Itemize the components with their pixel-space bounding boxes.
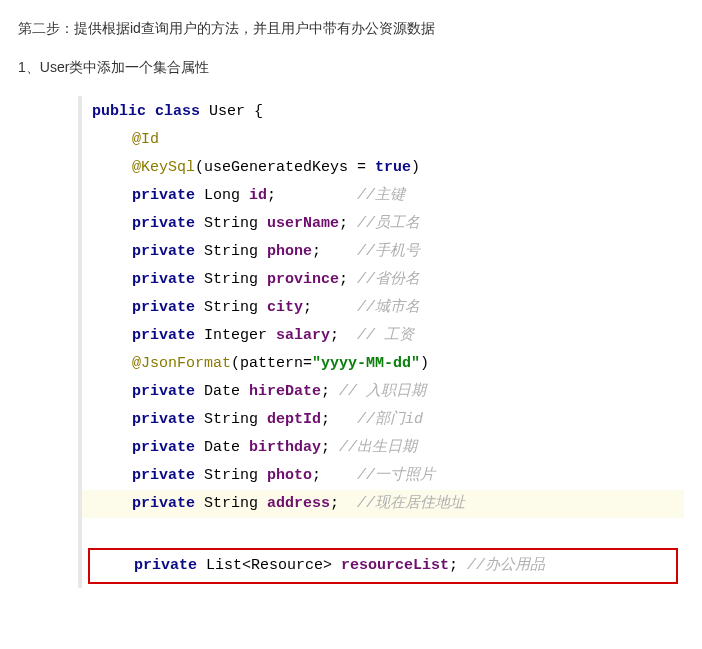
type: String bbox=[195, 243, 267, 260]
paren: (useGeneratedKeys = bbox=[195, 159, 375, 176]
string: "yyyy-MM-dd" bbox=[312, 355, 420, 372]
type: Date bbox=[195, 383, 249, 400]
identifier: hireDate bbox=[249, 383, 321, 400]
semicolon: ; bbox=[312, 243, 321, 260]
blank-line bbox=[82, 518, 684, 536]
code-line: private Date hireDate; // 入职日期 bbox=[82, 378, 684, 406]
type: List<Resource> bbox=[197, 557, 341, 574]
keyword: private bbox=[134, 557, 197, 574]
semicolon: ; bbox=[330, 495, 339, 512]
step-sub: 1、User类中添加一个集合属性 bbox=[18, 57, 684, 78]
identifier: province bbox=[267, 271, 339, 288]
class-name: User bbox=[209, 103, 245, 120]
identifier: city bbox=[267, 299, 303, 316]
keyword: class bbox=[155, 103, 200, 120]
step-heading: 第二步：提供根据id查询用户的方法，并且用户中带有办公资源数据 bbox=[18, 18, 684, 39]
keyword: private bbox=[132, 411, 195, 428]
semicolon: ; bbox=[330, 327, 339, 344]
type: String bbox=[195, 467, 267, 484]
annotation: @Id bbox=[132, 131, 159, 148]
code-line: private String userName; //员工名 bbox=[82, 210, 684, 238]
keyword: private bbox=[132, 243, 195, 260]
keyword: private bbox=[132, 215, 195, 232]
identifier: address bbox=[267, 495, 330, 512]
comment: //现在居住地址 bbox=[357, 495, 465, 512]
code-line: private String photo; //一寸照片 bbox=[82, 462, 684, 490]
keyword: private bbox=[132, 299, 195, 316]
code-line: private String phone; //手机号 bbox=[82, 238, 684, 266]
type: Date bbox=[195, 439, 249, 456]
comment: //城市名 bbox=[357, 299, 420, 316]
comment: // 入职日期 bbox=[339, 383, 426, 400]
comment: //出生日期 bbox=[339, 439, 417, 456]
semicolon: ; bbox=[321, 383, 330, 400]
semicolon: ; bbox=[267, 187, 276, 204]
type: String bbox=[195, 271, 267, 288]
identifier: id bbox=[249, 187, 267, 204]
comment: //部门id bbox=[357, 411, 423, 428]
code-line: private Long id; //主键 bbox=[82, 182, 684, 210]
code-line: private String province; //省份名 bbox=[82, 266, 684, 294]
type: Long bbox=[195, 187, 249, 204]
identifier: phone bbox=[267, 243, 312, 260]
semicolon: ; bbox=[312, 467, 321, 484]
semicolon: ; bbox=[303, 299, 312, 316]
type: Integer bbox=[195, 327, 276, 344]
comment: //主键 bbox=[357, 187, 405, 204]
keyword: private bbox=[132, 187, 195, 204]
identifier: resourceList bbox=[341, 557, 449, 574]
code-line: private Date birthday; //出生日期 bbox=[82, 434, 684, 462]
type: String bbox=[195, 495, 267, 512]
identifier: salary bbox=[276, 327, 330, 344]
keyword: private bbox=[132, 495, 195, 512]
paren: (pattern= bbox=[231, 355, 312, 372]
code-block: public class User { @Id @KeySql(useGener… bbox=[78, 96, 684, 588]
keyword: private bbox=[132, 327, 195, 344]
comment: // 工资 bbox=[357, 327, 414, 344]
paren: ) bbox=[420, 355, 429, 372]
annotation: @JsonFormat bbox=[132, 355, 231, 372]
keyword: private bbox=[132, 271, 195, 288]
code-line: @KeySql(useGeneratedKeys = true) bbox=[82, 154, 684, 182]
code-line: private String deptId; //部门id bbox=[82, 406, 684, 434]
type: String bbox=[195, 299, 267, 316]
semicolon: ; bbox=[449, 557, 458, 574]
semicolon: ; bbox=[339, 271, 348, 288]
code-line: private String city; //城市名 bbox=[82, 294, 684, 322]
semicolon: ; bbox=[321, 411, 330, 428]
paren: ) bbox=[411, 159, 420, 176]
semicolon: ; bbox=[321, 439, 330, 456]
identifier: deptId bbox=[267, 411, 321, 428]
comment: //办公用品 bbox=[467, 557, 545, 574]
comment: //省份名 bbox=[357, 271, 420, 288]
code-line: private Integer salary; // 工资 bbox=[82, 322, 684, 350]
code-line: @Id bbox=[82, 126, 684, 154]
keyword: private bbox=[132, 439, 195, 456]
keyword: true bbox=[375, 159, 411, 176]
code-line: public class User { bbox=[82, 98, 684, 126]
code-line: private List<Resource> resourceList; //办… bbox=[90, 552, 676, 580]
highlight-box: private List<Resource> resourceList; //办… bbox=[88, 548, 678, 584]
keyword: private bbox=[132, 467, 195, 484]
brace: { bbox=[245, 103, 263, 120]
comment: //员工名 bbox=[357, 215, 420, 232]
annotation: @KeySql bbox=[132, 159, 195, 176]
semicolon: ; bbox=[339, 215, 348, 232]
comment: //手机号 bbox=[357, 243, 420, 260]
code-line: @JsonFormat(pattern="yyyy-MM-dd") bbox=[82, 350, 684, 378]
keyword: public bbox=[92, 103, 146, 120]
comment: //一寸照片 bbox=[357, 467, 435, 484]
identifier: photo bbox=[267, 467, 312, 484]
identifier: birthday bbox=[249, 439, 321, 456]
keyword: private bbox=[132, 383, 195, 400]
code-line-highlighted: private String address; //现在居住地址 bbox=[82, 490, 684, 518]
type: String bbox=[195, 215, 267, 232]
type: String bbox=[195, 411, 267, 428]
identifier: userName bbox=[267, 215, 339, 232]
